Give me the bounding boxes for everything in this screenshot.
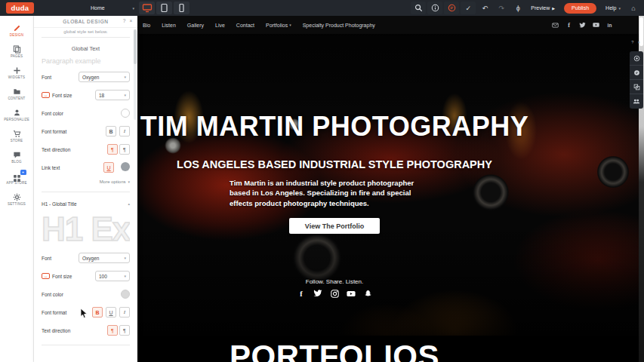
hero-paragraph[interactable]: Tim Martin is an industrial style produc… xyxy=(230,178,426,208)
tablet-view-button[interactable] xyxy=(156,2,172,14)
facebook-icon[interactable]: f xyxy=(297,289,306,298)
duda-logo[interactable]: duda xyxy=(6,2,34,14)
device-switcher xyxy=(139,2,190,14)
redo-button[interactable]: ↷ xyxy=(494,2,509,14)
rtl-button[interactable]: ¶ xyxy=(119,144,130,155)
layers-button[interactable] xyxy=(630,80,643,94)
bold-button[interactable]: B xyxy=(106,126,116,137)
nav-item-listen[interactable]: Listen xyxy=(162,23,176,28)
desktop-view-button[interactable] xyxy=(139,2,155,14)
font-select[interactable]: Oxygen ▾ xyxy=(79,72,130,82)
preview-button[interactable]: Preview ▶ xyxy=(527,5,559,11)
nav-item-specialty[interactable]: Specialty Product Photography xyxy=(303,23,375,28)
site-preview-canvas: Bio Listen Gallery Live Contact Portfoli… xyxy=(137,16,639,362)
help-label: Help xyxy=(605,5,616,11)
font-size-label: Font size xyxy=(52,93,72,98)
close-icon[interactable]: × xyxy=(638,40,642,44)
undo-button[interactable]: ↶ xyxy=(477,2,492,14)
nav-item-portfolios[interactable]: Portfolios ▾ xyxy=(266,23,291,28)
save-check-button[interactable]: ✓ xyxy=(461,2,476,14)
hero-title[interactable]: TIM MARTIN PHOTOGRAPHY xyxy=(137,111,532,143)
redo-icon: ↷ xyxy=(499,5,505,12)
page-selector-label: Home xyxy=(91,5,105,11)
feedback-button[interactable] xyxy=(630,66,643,80)
font-color-label: Font color xyxy=(42,111,63,116)
search-button[interactable] xyxy=(411,2,426,14)
h1-section-header[interactable]: H1 - Global Title ▴ xyxy=(42,198,130,210)
h1-rtl-button[interactable]: ¶ xyxy=(119,325,130,336)
team-button[interactable] xyxy=(630,94,643,109)
h1-font-select[interactable]: Oxygen ▾ xyxy=(79,253,130,263)
h1-font-size-label: Font size xyxy=(52,274,72,279)
mobile-icon xyxy=(177,3,186,13)
h1-ltr-button[interactable]: ¶ xyxy=(107,325,118,336)
portfolios-section: PORTFOLIOS xyxy=(137,336,639,362)
nav-item-contact[interactable]: Contact xyxy=(236,23,254,28)
chevron-down-icon: ▾ xyxy=(124,274,126,278)
sidebar-item-design[interactable]: DESIGN xyxy=(0,20,34,41)
youtube-icon[interactable] xyxy=(593,22,599,29)
portfolios-title[interactable]: PORTFOLIOS xyxy=(137,339,532,362)
help-menu[interactable]: Help ▾ xyxy=(602,5,624,11)
help-icon[interactable]: ? xyxy=(631,40,635,44)
italic-button[interactable]: I xyxy=(119,126,130,137)
sidebar-item-app-store[interactable]: ✦ APP STORE xyxy=(0,167,34,189)
h1-style-preview: H1 Exa xyxy=(42,210,130,249)
snapchat-icon[interactable] xyxy=(363,289,372,298)
person-icon xyxy=(13,109,21,117)
panel-help-button[interactable]: ? xyxy=(123,18,126,23)
people-icon xyxy=(633,98,640,105)
h1-font-size-select[interactable]: 100 ▾ xyxy=(95,271,130,281)
dashboard-home-button[interactable]: ⌂ xyxy=(626,2,641,14)
duda-editor: duda Home ▾ ✓ xyxy=(0,0,644,362)
preview-mini-controls[interactable]: ? × xyxy=(631,40,642,44)
ltr-button[interactable]: ¶ xyxy=(107,144,118,155)
comments-button[interactable] xyxy=(444,2,459,14)
hero-subtitle[interactable]: LOS ANGELES BASED INDUSTRIAL STYLE PHOTO… xyxy=(137,158,532,170)
h1-italic-button[interactable]: I xyxy=(119,307,130,318)
sidebar-item-pages[interactable]: PAGES xyxy=(0,41,34,62)
sidebar-item-store[interactable]: STORE xyxy=(0,125,34,146)
email-icon[interactable] xyxy=(552,22,559,29)
panel-body: global style set below. Global Text Para… xyxy=(34,28,137,345)
link-color-swatch[interactable] xyxy=(121,162,130,171)
close-icon[interactable]: × xyxy=(130,18,133,23)
dev-mode-button[interactable]: ϕ xyxy=(510,2,525,14)
panel-scrollbar[interactable] xyxy=(134,29,137,120)
info-button[interactable] xyxy=(427,2,442,14)
font-size-icon: ↔ xyxy=(42,273,50,279)
nav-item-live[interactable]: Live xyxy=(215,23,225,28)
sidebar-item-widgets[interactable]: WIDGETS xyxy=(0,62,34,83)
panel-title: GLOBAL DESIGN xyxy=(63,19,108,24)
twitter-icon[interactable] xyxy=(313,289,322,298)
mobile-view-button[interactable] xyxy=(174,2,190,14)
font-size-icon: ↔ xyxy=(42,92,50,98)
sidebar-item-personalize[interactable]: PERSONALIZE xyxy=(0,104,34,125)
linkedin-icon[interactable]: in xyxy=(606,22,613,29)
view-portfolio-button[interactable]: View The Portfolio xyxy=(289,218,380,234)
screenshot-button[interactable] xyxy=(630,51,643,66)
chat-icon xyxy=(633,69,640,76)
sidebar-item-content[interactable]: CONTENT xyxy=(0,83,34,104)
editor-sidebar: DESIGN PAGES WIDGETS CONTENT PERSONALIZE… xyxy=(0,16,34,362)
nav-item-gallery[interactable]: Gallery xyxy=(187,23,204,28)
h1-text-direction-row: Text direction ¶ ¶ xyxy=(42,321,130,339)
more-options[interactable]: More options ▾ xyxy=(42,176,130,186)
twitter-icon[interactable] xyxy=(579,22,586,29)
page-selector[interactable]: Home ▾ xyxy=(88,2,137,14)
publish-button[interactable]: Publish xyxy=(564,3,596,14)
h1-bold-button[interactable]: B xyxy=(92,307,103,318)
home-icon: ⌂ xyxy=(631,5,635,12)
sidebar-item-blog[interactable]: BLOG xyxy=(0,146,34,167)
h1-font-color-swatch[interactable] xyxy=(121,290,130,299)
youtube-icon[interactable] xyxy=(347,289,356,298)
sidebar-item-settings[interactable]: SETTINGS xyxy=(0,189,34,210)
nav-item-bio[interactable]: Bio xyxy=(143,23,150,28)
facebook-icon[interactable]: f xyxy=(565,22,572,29)
divider xyxy=(42,345,130,345)
font-size-select[interactable]: 18 ▾ xyxy=(95,90,130,100)
h1-underline-button[interactable]: U xyxy=(106,307,116,318)
font-color-swatch[interactable] xyxy=(121,109,130,118)
link-underline-button[interactable]: U xyxy=(103,162,114,173)
instagram-icon[interactable] xyxy=(330,289,339,298)
